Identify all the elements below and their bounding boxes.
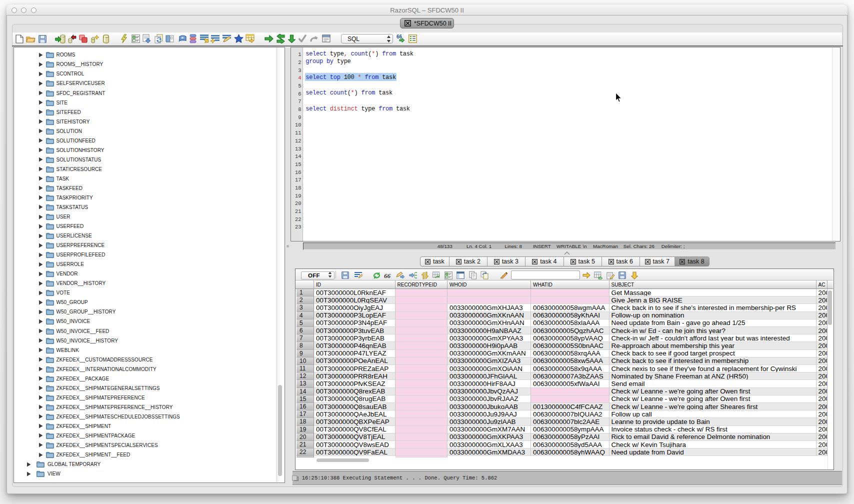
svg-text:66: 66 — [384, 272, 391, 278]
svg-text:66: 66 — [396, 34, 402, 40]
